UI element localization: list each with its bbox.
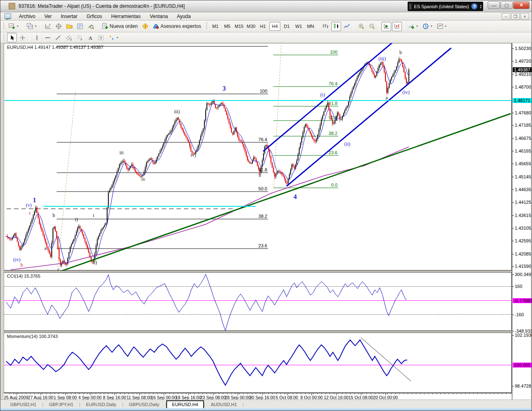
scale-tick-label: 1.48700 [515, 84, 531, 89]
language-bar-grip[interactable] [409, 4, 412, 9]
strategy-tester-button[interactable] [86, 22, 96, 31]
chart-tab-eurusd-daily[interactable]: EURUSD,Daily [80, 400, 122, 409]
time-minor-tick [354, 393, 355, 394]
timeframe-h4-button[interactable]: H4 [269, 22, 280, 31]
timeframe-m15-button[interactable]: M15 [234, 22, 245, 31]
toolbar-grip[interactable] [205, 23, 207, 30]
time-minor-tick [395, 393, 396, 394]
time-minor-tick [428, 393, 429, 394]
time-minor-tick [46, 393, 47, 394]
dropdown-caret-icon[interactable]: ▼ [116, 37, 119, 39]
chart-shift-button[interactable] [392, 22, 402, 31]
timeframe-h1-button[interactable]: H1 [257, 22, 268, 31]
cursor-button[interactable] [7, 33, 17, 42]
svg-text:(iv): (iv) [402, 89, 409, 95]
scale-tick-mark [512, 386, 514, 386]
menu-ver[interactable]: Ver [40, 13, 56, 20]
equidistant-channel-button[interactable]: E [64, 33, 74, 42]
svg-text:a: a [44, 245, 47, 251]
cci-indicator-panel[interactable]: CCI(14) 15.3765 [4, 272, 512, 331]
text-icon: A [87, 34, 94, 41]
data-window-button[interactable] [54, 22, 64, 31]
arrows-button[interactable]: ▼ [107, 33, 120, 42]
text-button[interactable]: A [85, 33, 95, 42]
child-restore-button[interactable]: ❐ [511, 13, 520, 20]
expert-advisors-button[interactable]: Asesores expertos [151, 22, 203, 31]
horizontal-line-button[interactable] [43, 33, 53, 42]
zoom-out-button[interactable] [367, 22, 377, 31]
price-scale[interactable]: 1.502301.497201.492101.487001.476801.471… [512, 43, 531, 400]
chart-tab-eurusd-h4[interactable]: EURUSD,H4 [166, 400, 204, 409]
menu-grficos[interactable]: Grficos [82, 13, 107, 20]
timeframe-d1-button[interactable]: D1 [281, 22, 292, 31]
dropdown-caret-icon[interactable]: ▼ [416, 25, 418, 27]
title-bar[interactable]: 937816: MetaTrader - Alpari (US) - Cuent… [0, 0, 532, 12]
indicators-button[interactable]: ▼ [406, 22, 420, 31]
chart-tab-audusd-h1[interactable]: AUDUSD,H1 [205, 400, 243, 409]
time-minor-tick [182, 393, 182, 394]
language-options-icon[interactable]: ▴▾ [480, 4, 482, 9]
child-minimize-button[interactable]: – [502, 13, 510, 20]
time-minor-tick [350, 393, 351, 394]
toolbar-grip[interactable] [2, 34, 5, 41]
time-minor-tick [100, 393, 100, 394]
menu-ayuda[interactable]: Ayuda [172, 13, 195, 20]
language-help-icon[interactable]: ? [471, 3, 477, 9]
dropdown-caret-icon[interactable]: ▼ [16, 25, 19, 27]
fibonacci-button[interactable]: F [75, 33, 85, 42]
vertical-line-button[interactable] [32, 33, 42, 42]
time-minor-tick [383, 393, 383, 394]
language-bar[interactable]: ES Spanish (United States) ? ▴▾ [408, 2, 483, 11]
chart-tab-gbpusd-h1[interactable]: GBPUSD,H1 [5, 400, 42, 409]
candlestick-chart-button[interactable] [331, 22, 341, 31]
momentum-indicator-panel[interactable]: Momentum(14) 100.3743 [4, 333, 512, 393]
alert-button[interactable]: ! [140, 22, 150, 31]
scale-tick-label: 1.43105 [515, 226, 531, 231]
menu-herramientas[interactable]: Herramientas [107, 13, 145, 20]
child-close-button[interactable]: × [521, 13, 529, 20]
timeframe-m30-button[interactable]: M30 [245, 22, 257, 31]
chart-tab-gbpusd-daily[interactable]: GBPUSD,Daily [123, 400, 165, 409]
trendline-button[interactable] [53, 33, 63, 42]
minimize-button[interactable]: — [488, 1, 500, 9]
window-title: 937816: MetaTrader - Alpari (US) - Cuent… [18, 3, 185, 9]
text-label-button[interactable]: T [96, 33, 106, 42]
dropdown-caret-icon[interactable]: ▼ [430, 25, 433, 27]
time-minor-tick [26, 393, 26, 394]
market-watch-button[interactable] [43, 22, 53, 31]
time-minor-tick [42, 393, 43, 394]
menu-insertar[interactable]: Insertar [56, 13, 82, 20]
line-chart-icon [344, 23, 350, 30]
close-button[interactable]: ✕ [513, 1, 530, 9]
navigator-button[interactable] [64, 22, 74, 31]
line-chart-button[interactable] [342, 22, 352, 31]
timeframe-m1-button[interactable]: M1 [210, 22, 221, 31]
menu-ventana[interactable]: Ventana [145, 13, 172, 20]
new-order-button[interactable]: Nueva orden [100, 22, 140, 31]
chart-window-icon[interactable] [5, 14, 11, 19]
templates-button[interactable]: ▼ [435, 22, 449, 31]
price-chart-panel[interactable]: EURUSD,H4 1.49147 1.49387 1.49137 1.4938… [4, 43, 512, 271]
auto-scroll-button[interactable] [381, 22, 391, 31]
new-chart-button[interactable]: ▼ [7, 22, 21, 31]
chart-tab-gbpjpy-h1[interactable]: GBPJPY,H1 [43, 400, 79, 409]
timeframe-mn-button[interactable]: MN [305, 22, 316, 31]
timeframe-w1-button[interactable]: W1 [293, 22, 304, 31]
time-minor-tick [145, 393, 145, 394]
menu-archivo[interactable]: Archivo [14, 13, 40, 20]
time-minor-tick [170, 393, 170, 394]
zoom-in-button[interactable] [356, 22, 366, 31]
dropdown-caret-icon[interactable]: ▼ [34, 25, 37, 27]
time-minor-tick [206, 393, 207, 394]
periods-button[interactable]: ▼ [421, 22, 434, 31]
terminal-button[interactable] [75, 22, 85, 31]
toolbar-grip[interactable] [2, 23, 5, 30]
dropdown-caret-icon[interactable]: ▼ [445, 25, 447, 27]
timeframe-m5-button[interactable]: M5 [222, 22, 233, 31]
crosshair-button[interactable] [18, 33, 28, 42]
time-minor-tick [137, 393, 137, 394]
maximize-button[interactable]: ▢ [500, 1, 513, 9]
new-order-button-label: Nueva orden [110, 23, 138, 29]
profiles-button[interactable]: ▼ [25, 22, 39, 31]
bar-chart-button[interactable] [321, 22, 330, 31]
